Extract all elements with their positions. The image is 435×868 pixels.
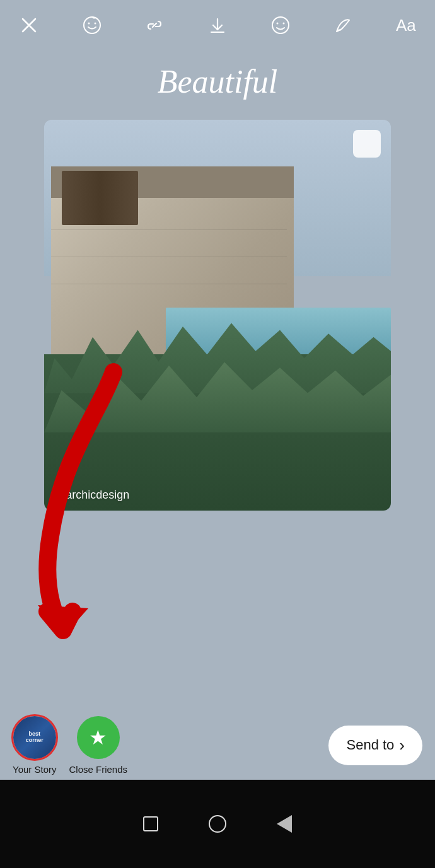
home-icon[interactable]	[209, 815, 226, 833]
svg-point-3	[88, 23, 90, 25]
star-icon: ★	[89, 726, 107, 749]
close-friends-button[interactable]: ★	[77, 716, 120, 759]
story-image-container: @archicdesign	[44, 120, 391, 511]
close-friends-label: Close Friends	[69, 764, 128, 775]
send-to-chevron-icon: ›	[399, 736, 405, 755]
close-friends-option[interactable]: ★ Close Friends	[69, 716, 128, 775]
download-icon[interactable]	[204, 11, 231, 39]
link-icon[interactable]	[141, 11, 168, 39]
your-story-option[interactable]: bestcorner Your Story	[13, 716, 57, 775]
draw-icon[interactable]	[329, 11, 357, 39]
attribution-text: @archicdesign	[54, 489, 129, 502]
svg-point-2	[84, 17, 100, 33]
your-story-avatar: bestcorner	[13, 716, 56, 759]
face-sticker-icon[interactable]	[267, 11, 294, 39]
svg-point-8	[282, 23, 284, 25]
svg-point-6	[272, 17, 289, 33]
send-to-button[interactable]: Send to ›	[328, 726, 422, 765]
toolbar: Aa	[0, 0, 435, 50]
svg-marker-9	[38, 605, 88, 637]
svg-point-7	[276, 23, 278, 25]
image-overlay-button[interactable]	[353, 130, 381, 158]
text-format-button[interactable]: Aa	[392, 11, 420, 39]
svg-point-4	[94, 23, 96, 25]
bottom-action-bar: bestcorner Your Story ★ Close Friends Se…	[0, 710, 435, 780]
recent-apps-icon[interactable]	[143, 816, 158, 831]
close-button[interactable]	[15, 11, 43, 39]
story-avatar-ring	[11, 714, 58, 761]
sticker-face-icon[interactable]	[78, 11, 106, 39]
android-nav-bar	[0, 780, 435, 868]
your-story-label: Your Story	[13, 764, 57, 775]
send-to-label: Send to	[346, 737, 394, 753]
story-title: Beautiful	[0, 63, 435, 100]
back-icon[interactable]	[277, 815, 292, 833]
house-image: @archicdesign	[44, 120, 391, 511]
